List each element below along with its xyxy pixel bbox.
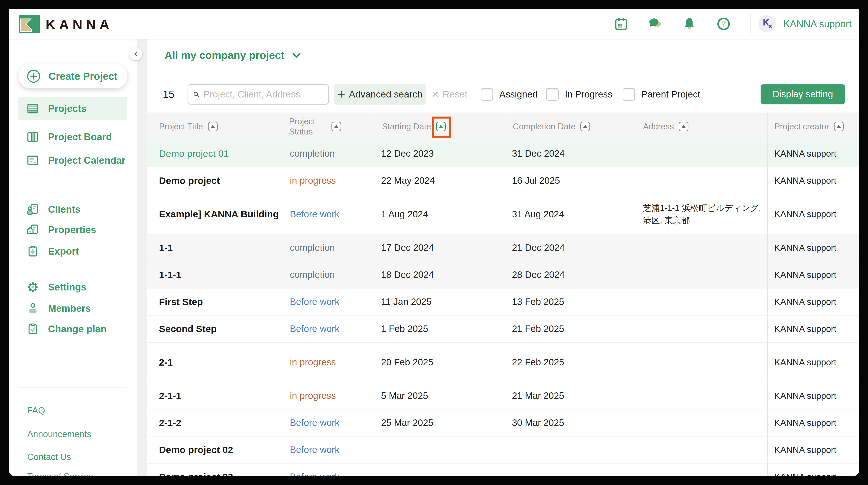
create-project-button[interactable]: Create Project	[19, 64, 127, 88]
table-row[interactable]: Second Step Before work 1 Feb 2025 21 Fe…	[147, 315, 859, 343]
column-header-address: Address	[637, 113, 768, 140]
column-header-starting-date: Starting Date	[375, 113, 506, 140]
help-icon[interactable]: ?	[716, 17, 731, 31]
checkbox-assigned[interactable]	[481, 88, 493, 101]
cell-project-status: Before work	[282, 288, 375, 315]
cell-completion-date: 28 Dec 2024	[506, 261, 637, 288]
sidebar-item-clients[interactable]: Clients	[19, 198, 127, 221]
table-row[interactable]: Demo project in progress 22 May 2024 16 …	[147, 167, 859, 194]
sidebar-item-export[interactable]: Export	[19, 239, 127, 263]
kanna-logo-icon[interactable]	[19, 15, 40, 33]
filter-checkbox-parent-project: Parent Project	[623, 84, 700, 105]
chevron-left-icon	[132, 51, 139, 57]
user-name[interactable]: KANNA support	[783, 19, 851, 29]
display-setting-button[interactable]: Display setting	[761, 84, 845, 104]
sidebar-item-settings[interactable]: Settings	[19, 276, 127, 299]
sidebar-item-members[interactable]: Members	[19, 297, 127, 320]
search-input[interactable]	[204, 89, 323, 100]
chat-icon[interactable]	[648, 17, 663, 31]
sidebar-item-label: Project Board	[48, 132, 112, 142]
table-row[interactable]: 2-1-2 Before work 25 Mar 2025 30 Mar 202…	[147, 409, 859, 436]
cell-starting-date: 1 Feb 2025	[375, 315, 506, 342]
sidebar-item-label: Properties	[48, 224, 96, 235]
filter-bar: 15 Advanced search ✕ Reset A	[147, 84, 859, 105]
calendar-icon[interactable]	[614, 17, 628, 31]
table-row[interactable]: Demo project 01 completion 12 Dec 2023 3…	[147, 140, 859, 167]
cell-project-creator: KANNA support	[768, 234, 859, 261]
sidebar-item-label: Export	[48, 246, 79, 257]
sort-button-completion-date[interactable]	[580, 122, 590, 132]
cell-project-status: in progress	[282, 343, 375, 382]
notifications-bell-icon[interactable]	[682, 17, 696, 31]
sidebar-link-contact-us[interactable]: Contact Us	[27, 452, 71, 465]
cell-project-title: 2-1-2	[147, 409, 282, 436]
search-box[interactable]	[188, 84, 329, 105]
cell-starting-date: 17 Dec 2024	[375, 234, 506, 261]
cell-starting-date	[375, 436, 506, 463]
sort-button-address[interactable]	[679, 122, 688, 132]
reset-button[interactable]: ✕ Reset	[432, 84, 467, 105]
cell-starting-date: 5 Mar 2025	[375, 382, 506, 409]
sidebar-item-label: Change plan	[48, 323, 106, 335]
sidebar-divider	[19, 388, 127, 388]
table-row[interactable]: 2-1 in progress 20 Feb 2025 22 Feb 2025 …	[147, 343, 859, 382]
cell-address	[637, 288, 768, 315]
cell-project-creator: KANNA support	[768, 382, 859, 409]
brand-logotype: KANNA	[45, 17, 113, 32]
advanced-search-button[interactable]: Advanced search	[334, 84, 426, 105]
cell-project-creator: KANNA support	[768, 409, 859, 436]
sort-button-project-title[interactable]	[208, 122, 218, 132]
cell-completion-date: 21 Mar 2025	[506, 382, 637, 409]
sidebar-item-properties[interactable]: Properties	[19, 218, 127, 241]
chevron-down-icon	[292, 53, 301, 58]
checkbox-parent-project[interactable]	[623, 88, 635, 101]
cell-project-title: Demo project 03	[147, 463, 282, 476]
cell-project-title: 1-1-1	[147, 261, 282, 288]
sidebar-gutter	[136, 39, 147, 476]
table-row[interactable]: First Step Before work 11 Jan 2025 13 Fe…	[147, 288, 859, 315]
page-title: All my company project	[164, 49, 284, 61]
sidebar-item-projects[interactable]: Projects	[19, 97, 127, 120]
table-row[interactable]: Demo project 02 Before work KANNA suppor…	[147, 436, 859, 463]
cell-project-status: Before work	[282, 436, 375, 463]
cell-completion-date: 31 Aug 2024	[506, 194, 637, 234]
table-row[interactable]: Demo project 03 Before work KANNA suppor…	[147, 463, 859, 476]
table-row[interactable]: 2-1-1 in progress 5 Mar 2025 21 Mar 2025…	[147, 382, 859, 409]
table-row[interactable]: Example] KANNA Building Before work 1 Au…	[147, 194, 859, 234]
view-selector[interactable]: All my company project	[164, 49, 301, 61]
plus-circle-icon	[27, 69, 40, 83]
sort-button-project-status[interactable]	[332, 122, 341, 132]
sidebar-link-announcements[interactable]: Announcements	[27, 429, 91, 443]
cell-project-creator: KANNA support	[768, 194, 859, 234]
cell-starting-date: 25 Mar 2025	[375, 409, 506, 436]
cell-address	[637, 436, 768, 463]
person-document-icon	[26, 202, 40, 216]
sidebar-item-change-plan[interactable]: Change plan	[19, 317, 127, 341]
cell-project-status: in progress	[282, 382, 375, 409]
topbar-divider	[750, 15, 751, 33]
table-row[interactable]: 1-1-1 completion 18 Dec 2024 28 Dec 2024…	[147, 261, 859, 288]
checkbox-in-progress[interactable]	[546, 88, 559, 101]
cell-project-creator: KANNA support	[768, 315, 859, 342]
avatar-initial-main: K	[763, 18, 769, 27]
sort-button-starting-date[interactable]	[436, 122, 446, 132]
sidebar-collapse-button[interactable]	[129, 48, 142, 60]
sidebar-link-terms-of-service[interactable]: Terms of Service	[27, 472, 93, 476]
sidebar-item-project-board[interactable]: Project Board	[19, 125, 127, 149]
cell-project-title: First Step	[147, 288, 282, 315]
cell-project-status: in progress	[282, 167, 375, 194]
sidebar-link-faq[interactable]: FAQ	[27, 405, 45, 419]
cell-project-title: Example] KANNA Building	[147, 194, 282, 234]
cell-starting-date: 18 Dec 2024	[375, 261, 506, 288]
cell-project-status: completion	[282, 261, 375, 288]
cell-completion-date: 31 Dec 2024	[506, 140, 637, 167]
filter-checkbox-in-progress: In Progress	[546, 84, 613, 105]
sidebar-item-project-calendar[interactable]: Project Calendar	[19, 149, 127, 172]
top-bar: KANNA ? K s KANNA support	[9, 9, 859, 39]
user-avatar[interactable]: K s	[758, 15, 776, 33]
sort-button-project-creator[interactable]	[834, 122, 844, 132]
table-row[interactable]: 1-1 completion 17 Dec 2024 21 Dec 2024 K…	[147, 234, 859, 261]
cell-starting-date: 12 Dec 2023	[375, 140, 506, 167]
close-icon: ✕	[432, 89, 439, 99]
cell-starting-date: 22 May 2024	[375, 167, 506, 194]
